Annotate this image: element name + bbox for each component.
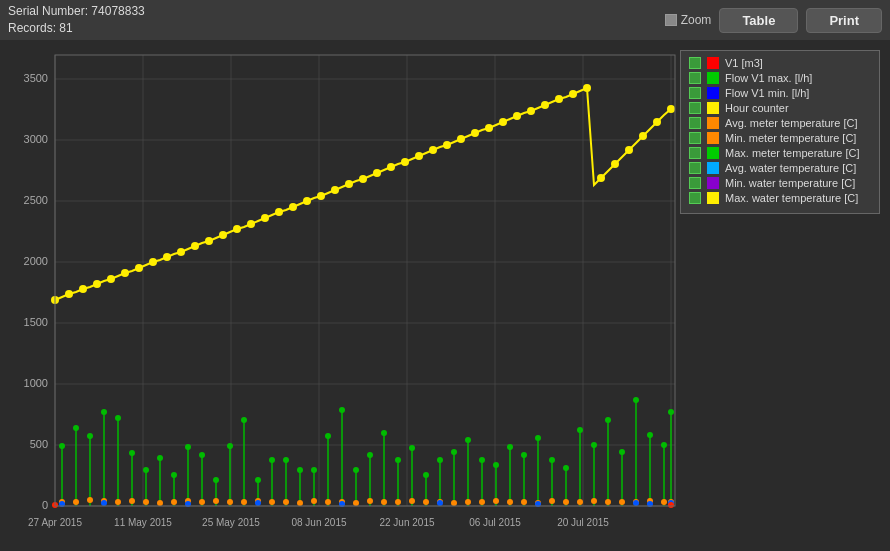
svg-point-179 [227, 499, 233, 505]
svg-point-147 [409, 445, 415, 451]
legend-item-avg-water-temp: Avg. water temperature [C] [689, 162, 871, 174]
svg-text:1000: 1000 [24, 377, 48, 389]
svg-point-47 [261, 214, 269, 222]
svg-point-62 [471, 129, 479, 137]
legend-check-flow-max[interactable] [689, 72, 701, 84]
legend-check-min-meter-temp[interactable] [689, 132, 701, 144]
legend-label-flow-min: Flow V1 min. [l/h] [725, 87, 809, 99]
svg-point-174 [157, 500, 163, 506]
svg-point-34 [79, 285, 87, 293]
legend-check-min-water-temp[interactable] [689, 177, 701, 189]
legend-check-avg-water-temp[interactable] [689, 162, 701, 174]
legend-label-min-water-temp: Min. water temperature [C] [725, 177, 855, 189]
legend-item-flow-max: Flow V1 max. [l/h] [689, 72, 871, 84]
svg-point-45 [233, 225, 241, 233]
svg-point-162 [619, 449, 625, 455]
svg-point-164 [647, 432, 653, 438]
svg-point-192 [409, 498, 415, 504]
legend-label-v1: V1 [m3] [725, 57, 763, 69]
svg-point-131 [185, 444, 191, 450]
legend-item-min-water-temp: Min. water temperature [C] [689, 177, 871, 189]
svg-point-210 [661, 499, 667, 505]
svg-point-68 [555, 95, 563, 103]
svg-point-163 [633, 397, 639, 403]
svg-point-141 [325, 433, 331, 439]
svg-text:27 Apr 2015: 27 Apr 2015 [28, 517, 82, 528]
svg-point-140 [311, 467, 317, 473]
svg-point-143 [353, 467, 359, 473]
svg-point-146 [395, 457, 401, 463]
svg-point-76 [667, 105, 675, 113]
svg-text:0: 0 [42, 499, 48, 511]
svg-point-195 [451, 500, 457, 506]
legend-check-max-meter-temp[interactable] [689, 147, 701, 159]
legend-label-hour: Hour counter [725, 102, 789, 114]
svg-point-185 [311, 498, 317, 504]
svg-text:22 Jun 2015: 22 Jun 2015 [379, 517, 434, 528]
svg-text:20 Jul 2015: 20 Jul 2015 [557, 517, 609, 528]
svg-point-36 [107, 275, 115, 283]
svg-point-190 [381, 499, 387, 505]
chart-area: 0 500 1000 1500 2000 2500 3000 3500 27 A… [0, 40, 890, 551]
legend-check-max-water-temp[interactable] [689, 192, 701, 204]
legend-check-hour[interactable] [689, 102, 701, 114]
svg-point-169 [87, 497, 93, 503]
legend-check-flow-min[interactable] [689, 87, 701, 99]
svg-point-122 [59, 443, 65, 449]
svg-point-205 [591, 498, 597, 504]
svg-point-204 [577, 499, 583, 505]
zoom-checkbox[interactable] [665, 14, 677, 26]
svg-point-168 [73, 499, 79, 505]
svg-text:1500: 1500 [24, 316, 48, 328]
svg-point-217 [437, 500, 443, 506]
svg-point-51 [317, 192, 325, 200]
svg-point-37 [121, 269, 129, 277]
legend-label-min-meter-temp: Min. meter temperature [C] [725, 132, 856, 144]
svg-point-33 [65, 290, 73, 298]
zoom-label-text: Zoom [681, 13, 712, 27]
svg-point-196 [465, 499, 471, 505]
svg-point-166 [668, 409, 674, 415]
svg-point-38 [135, 264, 143, 272]
svg-point-57 [401, 158, 409, 166]
legend-check-v1[interactable] [689, 57, 701, 69]
svg-point-49 [289, 203, 297, 211]
svg-point-63 [485, 124, 493, 132]
svg-text:2500: 2500 [24, 194, 48, 206]
svg-point-202 [549, 498, 555, 504]
svg-point-134 [227, 443, 233, 449]
svg-point-132 [199, 452, 205, 458]
svg-point-137 [269, 457, 275, 463]
legend-label-flow-max: Flow V1 max. [l/h] [725, 72, 812, 84]
svg-point-183 [283, 499, 289, 505]
legend-label-avg-meter-temp: Avg. meter temperature [C] [725, 117, 857, 129]
svg-point-54 [359, 175, 367, 183]
table-button[interactable]: Table [719, 8, 798, 33]
svg-point-189 [367, 498, 373, 504]
svg-point-130 [171, 472, 177, 478]
legend-color-v1 [707, 57, 719, 69]
svg-point-128 [143, 467, 149, 473]
svg-point-150 [451, 449, 457, 455]
svg-point-35 [93, 280, 101, 288]
svg-point-48 [275, 208, 283, 216]
svg-point-158 [563, 465, 569, 471]
svg-point-74 [639, 132, 647, 140]
svg-point-59 [429, 146, 437, 154]
legend-item-flow-min: Flow V1 min. [l/h] [689, 87, 871, 99]
svg-point-177 [199, 499, 205, 505]
svg-point-152 [479, 457, 485, 463]
svg-point-193 [423, 499, 429, 505]
legend-label-max-water-temp: Max. water temperature [C] [725, 192, 858, 204]
svg-point-173 [143, 499, 149, 505]
svg-point-123 [73, 425, 79, 431]
svg-point-73 [625, 146, 633, 154]
svg-point-213 [101, 500, 107, 506]
svg-point-44 [219, 231, 227, 239]
svg-point-56 [387, 163, 395, 171]
legend-check-avg-meter-temp[interactable] [689, 117, 701, 129]
svg-text:500: 500 [30, 438, 48, 450]
print-button[interactable]: Print [806, 8, 882, 33]
svg-text:3500: 3500 [24, 72, 48, 84]
legend-color-avg-meter-temp [707, 117, 719, 129]
